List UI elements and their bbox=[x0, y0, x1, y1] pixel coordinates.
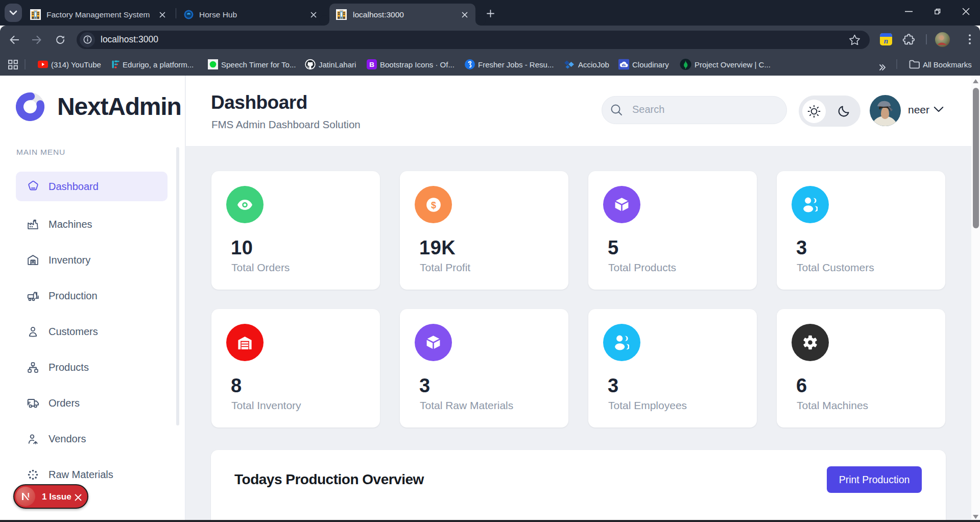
svg-text:n: n bbox=[884, 37, 888, 45]
svg-text:$: $ bbox=[431, 200, 436, 210]
svg-text:B: B bbox=[369, 61, 374, 68]
